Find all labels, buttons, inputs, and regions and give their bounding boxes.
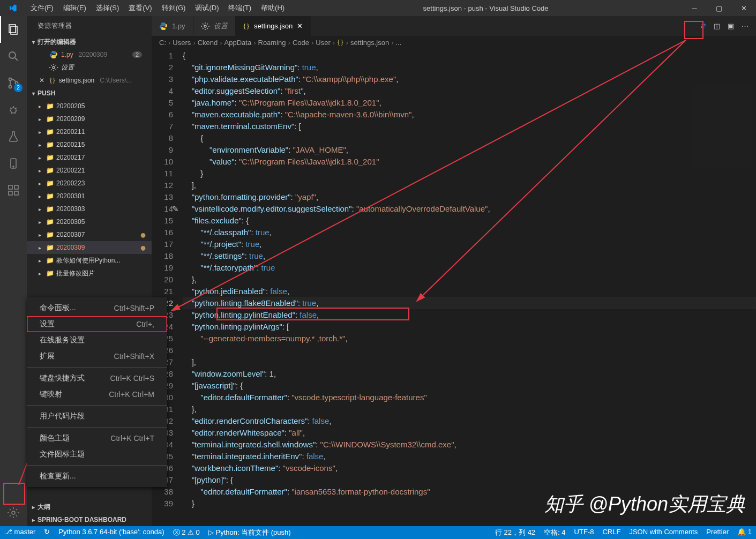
menu-item[interactable]: 键映射Ctrl+K Ctrl+M [27, 386, 167, 402]
code-line[interactable]: }, [183, 274, 756, 286]
test-icon[interactable] [0, 123, 27, 150]
code-line[interactable]: } [183, 168, 756, 179]
minimize-button[interactable]: ─ [682, 0, 707, 16]
gear-icon[interactable] [0, 499, 27, 526]
code-line[interactable]: "--generated-members=numpy.* ,torch.*", [183, 333, 756, 345]
code-line[interactable]: "files.exclude": { [183, 215, 756, 227]
menu-终端(T)[interactable]: 终端(T) [223, 0, 256, 16]
code-line[interactable]: "maven.terminal.customEnv": [ [183, 121, 756, 132]
folder-item[interactable]: ▸📁20200217 [27, 151, 152, 164]
menu-item[interactable]: 设置Ctrl+, [27, 316, 167, 332]
menu-文件(F)[interactable]: 文件(F) [26, 0, 58, 16]
minimap[interactable] [693, 86, 752, 167]
editor-tab[interactable]: 1.py [152, 16, 193, 36]
menu-item[interactable]: 文件图标主题 [27, 446, 167, 462]
code-line[interactable]: "python.linting.pylintEnabled": false, [183, 309, 756, 321]
folder-item[interactable]: ▸📁20200307● [27, 228, 152, 241]
open-editors-header[interactable]: ▾打开的编辑器 [27, 35, 152, 48]
breadcrumb-item[interactable]: Users [173, 39, 191, 47]
workspace-header[interactable]: ▾PUSH [27, 87, 152, 100]
close-icon[interactable]: ✕ [38, 77, 46, 84]
folder-item[interactable]: ▸📁20200309● [27, 241, 152, 254]
open-editor-item[interactable]: 1.py202003092 [27, 48, 152, 61]
code-line[interactable]: "environmentVariable": "JAVA_HOME", [183, 144, 756, 156]
explorer-icon[interactable] [0, 16, 27, 43]
device-icon[interactable] [0, 150, 27, 177]
code-line[interactable]: "python.jediEnabled": false, [183, 286, 756, 297]
code-line[interactable]: "[javascript]": { [183, 380, 756, 392]
folder-item[interactable]: ▸📁20200205 [27, 100, 152, 113]
code-line[interactable]: ], [183, 179, 756, 191]
pencil-icon[interactable]: ✎ [172, 203, 179, 215]
compare-icon[interactable]: ⇄ [700, 22, 706, 30]
code-line[interactable]: "value": "C:\\Program Files\\Java\\jdk1.… [183, 156, 756, 168]
folder-item[interactable]: ▸📁20200215 [27, 138, 152, 151]
status-item[interactable]: 空格: 4 [540, 528, 570, 537]
folder-item[interactable]: ▸📁20200211 [27, 125, 152, 138]
code-line[interactable]: "python.linting.flake8Enabled": true, [183, 297, 756, 309]
code-line[interactable]: { [183, 50, 756, 62]
breadcrumb-item[interactable]: AppData [224, 39, 252, 47]
folder-item[interactable]: ▸📁20200303 [27, 203, 152, 215]
code-line[interactable]: "maven.executable.path": "C:\\apache-mav… [183, 109, 756, 121]
menu-转到(G)[interactable]: 转到(G) [157, 0, 191, 16]
status-item[interactable]: Python 3.6.7 64-bit ('base': conda) [54, 528, 168, 536]
breadcrumb-item[interactable]: settings.json [350, 39, 389, 47]
status-item[interactable]: Prettier [702, 528, 733, 536]
code-line[interactable]: ✎ "vsintellicode.modify.editor.suggestSe… [183, 203, 756, 215]
breadcrumb-item[interactable]: C: [159, 39, 166, 47]
editor-tab[interactable]: {}settings.json✕ [236, 16, 311, 36]
breadcrumb-item[interactable]: User [316, 39, 330, 47]
code-line[interactable]: ], [183, 356, 756, 368]
code-line[interactable]: "[python]": { [183, 474, 756, 486]
extensions-icon[interactable] [0, 177, 27, 204]
breadcrumbs[interactable]: C:›Users›Ckend›AppData›Roaming›Code›User… [152, 36, 756, 49]
code-line[interactable]: "**/.classpath": true, [183, 227, 756, 238]
code-line[interactable]: "git.ignoreMissingGitWarning": true, [183, 62, 756, 73]
status-item[interactable]: ▷ Python: 当前文件 (push) [204, 528, 295, 537]
code-line[interactable]: "terminal.integrated.shell.windows": "C:… [183, 439, 756, 451]
code-line[interactable]: "**/.factorypath": true [183, 262, 756, 274]
code-line[interactable]: { [183, 132, 756, 144]
close-icon[interactable]: ✕ [297, 22, 303, 30]
menu-编辑(E)[interactable]: 编辑(E) [58, 0, 91, 16]
maximize-button[interactable]: ▢ [707, 0, 731, 16]
status-item[interactable]: ⓧ 2 ⚠ 0 [169, 528, 204, 537]
folder-item[interactable]: ▸📁20200301 [27, 190, 152, 203]
status-item[interactable]: CRLF [598, 528, 625, 536]
code-line[interactable]: "terminal.integrated.inheritEnv": false, [183, 451, 756, 462]
menu-帮助(H)[interactable]: 帮助(H) [256, 0, 289, 16]
breadcrumb-item[interactable]: Code [293, 39, 309, 47]
breadcrumb-item[interactable]: Ckend [198, 39, 218, 47]
menu-item[interactable]: 用户代码片段 [27, 408, 167, 424]
code-lines[interactable]: { "git.ignoreMissingGitWarning": true, "… [183, 49, 756, 526]
code-line[interactable]: "editor.suggestSelection": "first", [183, 85, 756, 97]
code-line[interactable]: "java.home": "C:\\Program Files\\Java\\j… [183, 97, 756, 109]
code-line[interactable]: "window.zoomLevel": 1, [183, 368, 756, 380]
folder-item[interactable]: ▸📁20200305 [27, 215, 152, 228]
menu-查看(V)[interactable]: 查看(V) [124, 0, 156, 16]
open-editor-item[interactable]: ✕{}settings.jsonC:\Users\... [27, 74, 152, 87]
breadcrumb-item[interactable]: Roaming [258, 39, 286, 47]
folder-item[interactable]: ▸📁20200209 [27, 113, 152, 125]
close-button[interactable]: ✕ [731, 0, 756, 16]
open-editor-item[interactable]: 设置 [27, 61, 152, 74]
code-line[interactable]: "**/.project": true, [183, 238, 756, 250]
code-line[interactable]: }, [183, 403, 756, 415]
search-icon[interactable] [0, 43, 27, 70]
status-item[interactable]: ↻ [40, 528, 54, 536]
code-line[interactable] [183, 345, 756, 356]
menu-item[interactable]: 键盘快捷方式Ctrl+K Ctrl+S [27, 370, 167, 386]
outline-header[interactable]: ▸大纲 [27, 500, 152, 513]
status-item[interactable]: UTF-8 [570, 528, 598, 536]
menu-item[interactable]: 扩展Ctrl+Shift+X [27, 348, 167, 364]
folder-item[interactable]: ▸📁批量修改图片 [27, 267, 152, 280]
code-editor[interactable]: 1234567891011121314151617181920212223242… [152, 49, 756, 526]
folder-item[interactable]: ▸📁20200223 [27, 177, 152, 190]
editor-tab[interactable]: 设置 [193, 16, 236, 36]
menu-item[interactable]: 检查更新... [27, 468, 167, 484]
breadcrumb-item[interactable]: {} [337, 38, 343, 47]
folder-item[interactable]: ▸📁20200221 [27, 164, 152, 177]
menu-item[interactable]: 命令面板...Ctrl+Shift+P [27, 300, 167, 316]
status-item[interactable]: JSON with Comments [625, 528, 702, 536]
